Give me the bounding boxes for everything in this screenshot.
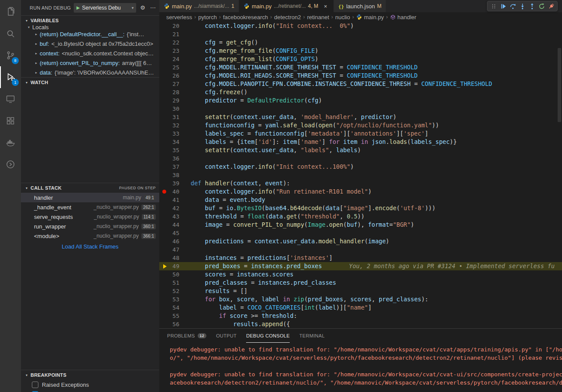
breakpoint-gutter[interactable]	[159, 154, 169, 163]
code-line-53[interactable]: 53 for box, score, label in zip(pred_box…	[159, 295, 562, 303]
code-line-27[interactable]: 27 cfg.MODEL.PANOPTIC_FPN.COMBINE.INSTAN…	[159, 80, 562, 88]
code-line-26[interactable]: 26 cfg.MODEL.ROI_HEADS.SCORE_THRESH_TEST…	[159, 72, 562, 80]
code-line-55[interactable]: 55 if score >= threshold:	[159, 312, 562, 320]
breakpoint-gutter[interactable]	[159, 295, 169, 303]
breakpoint-gutter[interactable]	[159, 320, 169, 328]
stack-frame-row[interactable]: handlermain.py49:1	[21, 193, 159, 202]
activity-item-run-and-debug[interactable]: 1	[0, 66, 21, 88]
code-line-40[interactable]: 40 context.logger.info("Run retinanet-R1…	[159, 187, 562, 196]
code-line-48[interactable]: 48 instances = predictions['instances']	[159, 254, 562, 262]
watch-section-header[interactable]: ▾ WATCH	[21, 78, 159, 87]
breakpoint-gutter[interactable]	[159, 22, 169, 30]
gear-icon[interactable]: ⚙	[139, 4, 146, 11]
breakpoint-gutter[interactable]	[159, 63, 169, 72]
variable-row[interactable]: ▸data:{'image': 'iVBORw0KGoAAAANSUhE…	[21, 68, 159, 77]
code-line-44[interactable]: 44 image = convert_PIL_to_numpy(Image.op…	[159, 221, 562, 229]
code-line-47[interactable]: 47	[159, 245, 562, 254]
editor-tab-1[interactable]: main.py.../siammask/...1	[159, 0, 239, 12]
code-line-21[interactable]: 21	[159, 30, 562, 38]
call-stack-section-header[interactable]: ▾ CALL STACK PAUSED ON STEP	[21, 183, 159, 193]
code-line-22[interactable]: 22 cfg = get_cfg()	[159, 38, 562, 47]
code-line-43[interactable]: 43 threshold = float(data.get("threshold…	[159, 212, 562, 221]
panel-tab-debug-console[interactable]: DEBUG CONSOLE	[246, 329, 290, 343]
breakpoint-gutter[interactable]	[159, 96, 169, 105]
debug-restart-button[interactable]	[537, 2, 546, 10]
breakpoint-gutter[interactable]	[159, 38, 169, 47]
breakpoint-gutter[interactable]	[159, 204, 169, 212]
breakpoint-gutter[interactable]	[159, 212, 169, 221]
code-line-25[interactable]: 25 cfg.MODEL.RETINANET.SCORE_THRESH_TEST…	[159, 63, 562, 72]
debug-config-dropdown[interactable]: ▶ Serverless Debu ▾	[74, 3, 136, 13]
breakpoint-gutter[interactable]	[159, 146, 169, 154]
breakpoint-gutter[interactable]	[159, 254, 169, 262]
code-line-56[interactable]: 56 results.append({	[159, 320, 562, 328]
variables-section-header[interactable]: ▾ VARIABLES	[21, 16, 159, 25]
code-line-28[interactable]: 28 cfg.freeze()	[159, 88, 562, 96]
breakpoint-gutter[interactable]	[159, 163, 169, 171]
debug-step-over-button[interactable]	[508, 2, 517, 10]
breakpoint-gutter[interactable]	[159, 121, 169, 130]
breakpoint-gutter[interactable]	[159, 72, 169, 80]
breakpoint-gutter[interactable]	[159, 113, 169, 121]
panel-tab-terminal[interactable]: TERMINAL	[299, 329, 325, 343]
code-line-34[interactable]: 34 labels = {item['id']: item['name'] fo…	[159, 138, 562, 146]
code-line-20[interactable]: 20 context.logger.info("Init context... …	[159, 22, 562, 30]
panel-tab-problems[interactable]: PROBLEMS12	[167, 329, 206, 343]
code-line-38[interactable]: 38	[159, 171, 562, 179]
breakpoint-gutter[interactable]	[159, 221, 169, 229]
breadcrumb-item-serverless[interactable]: serverless	[166, 14, 192, 20]
checkbox[interactable]	[32, 382, 38, 388]
breakpoint-gutter[interactable]	[159, 279, 169, 287]
variable-row[interactable]: ▸(return) convert_PIL_to_numpy:array([[[…	[21, 58, 159, 68]
breakpoint-gutter[interactable]	[159, 262, 169, 270]
activity-item-remote-explorer[interactable]	[0, 88, 21, 110]
stack-frame-row[interactable]: _handle_event_nuclio_wrapper.py262:1	[21, 202, 159, 212]
breadcrumb-item-pytorch[interactable]: pytorch	[198, 14, 217, 20]
editor-tab-2[interactable]: main.py.../retinanet/...4, M×	[239, 0, 334, 12]
breakpoint-gutter[interactable]	[159, 47, 169, 55]
code-line-30[interactable]: 30	[159, 105, 562, 113]
code-line-33[interactable]: 33 labels_spec = functionconfig['metadat…	[159, 130, 562, 138]
stack-frame-row[interactable]: serve_requests_nuclio_wrapper.py114:1	[21, 212, 159, 222]
activity-item-live-share[interactable]	[0, 153, 21, 175]
breakpoint-gutter[interactable]	[159, 237, 169, 245]
code-line-37[interactable]: 37 context.logger.info("Init context...1…	[159, 163, 562, 171]
code-line-32[interactable]: 32 functionconfig = yaml.safe_load(open(…	[159, 121, 562, 130]
editor-scrollbar[interactable]	[558, 48, 561, 122]
code-line-35[interactable]: 35 setattr(context.user_data, "labels", …	[159, 146, 562, 154]
breakpoint-gutter[interactable]	[159, 171, 169, 179]
code-editor[interactable]: 20 context.logger.info("Init context... …	[159, 22, 562, 328]
breakpoint-gutter[interactable]	[159, 187, 169, 196]
code-line-39[interactable]: 39def handler(context, event):	[159, 179, 562, 187]
breakpoint-gutter[interactable]	[159, 88, 169, 96]
scope-locals-row[interactable]: ▾ Locals	[21, 25, 159, 29]
stack-frame-row[interactable]: run_wrapper_nuclio_wrapper.py360:1	[21, 222, 159, 231]
breakpoint-gutter[interactable]	[159, 55, 169, 63]
stack-frame-row[interactable]: <module>_nuclio_wrapper.py366:1	[21, 231, 159, 241]
variable-row[interactable]: ▸(return) DefaultPredictor.__call__:{'in…	[21, 29, 159, 39]
breakpoint-gutter[interactable]	[159, 270, 169, 279]
code-line-41[interactable]: 41 data = event.body	[159, 196, 562, 204]
activity-item-extensions[interactable]	[0, 110, 21, 132]
breadcrumb-item-detectron2[interactable]: detectron2	[274, 14, 301, 20]
code-line-31[interactable]: 31 setattr(context.user_data, 'model_han…	[159, 113, 562, 121]
breadcrumb-item-main-py[interactable]: main.py	[356, 14, 384, 20]
close-icon[interactable]: ×	[322, 3, 329, 10]
breakpoint-gutter[interactable]	[159, 138, 169, 146]
breakpoint-gutter[interactable]	[159, 80, 169, 88]
debug-disconnect-button[interactable]	[547, 2, 555, 10]
code-line-23[interactable]: 23 cfg.merge_from_file(CONFIG_FILE)	[159, 47, 562, 55]
code-line-51[interactable]: 51 pred_classes = instances.pred_classes	[159, 279, 562, 287]
panel-tab-output[interactable]: OUTPUT	[216, 329, 236, 343]
breakpoint-gutter[interactable]	[159, 229, 169, 237]
code-line-50[interactable]: 50 scores = instances.scores	[159, 270, 562, 279]
activity-item-search[interactable]	[0, 23, 21, 44]
breadcrumb-item-handler[interactable]: handler	[390, 14, 416, 20]
code-line-45[interactable]: 45	[159, 229, 562, 237]
breakpoint-gutter[interactable]	[159, 105, 169, 113]
code-line-49[interactable]: 49 pred_boxes = instances.pred_boxesYou,…	[159, 262, 562, 270]
activity-item-docker[interactable]	[0, 132, 21, 153]
code-line-46[interactable]: 46 predictions = context.user_data.model…	[159, 237, 562, 245]
breakpoint-row[interactable]: Raised Exceptions	[21, 380, 159, 389]
breakpoint-gutter[interactable]	[159, 179, 169, 187]
